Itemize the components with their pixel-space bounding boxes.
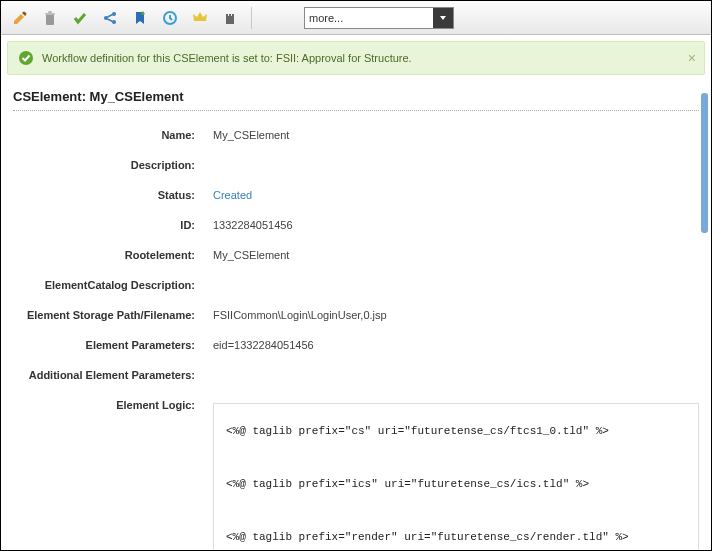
status-label: Status: — [13, 189, 213, 201]
root-label: Rootelement: — [13, 249, 213, 261]
scrollbar-thumb[interactable] — [701, 93, 708, 233]
divider — [13, 110, 699, 111]
field-name: Name: My_CSElement — [13, 129, 699, 141]
svg-point-4 — [112, 20, 116, 24]
more-dropdown[interactable]: more... — [304, 7, 454, 29]
storage-label: Element Storage Path/Filename: — [13, 309, 213, 321]
success-icon — [18, 50, 34, 66]
toolbar: more... — [1, 1, 711, 35]
approve-icon[interactable] — [67, 5, 93, 31]
notice-text: Workflow definition for this CSElement i… — [42, 52, 412, 64]
id-label: ID: — [13, 219, 213, 231]
name-value: My_CSElement — [213, 129, 289, 141]
params-label: Element Parameters: — [13, 339, 213, 351]
field-addparams: Additional Element Parameters: — [13, 369, 699, 381]
share-icon[interactable] — [97, 5, 123, 31]
logic-label: Element Logic: — [13, 399, 213, 411]
id-value: 1332284051456 — [213, 219, 293, 231]
field-description: Description: — [13, 159, 699, 171]
params-value: eid=1332284051456 — [213, 339, 314, 351]
bookmark-icon[interactable] — [127, 5, 153, 31]
svg-rect-1 — [48, 11, 52, 13]
storage-value: FSIICommon\Login\LoginUser,0.jsp — [213, 309, 387, 321]
crown-icon[interactable] — [187, 5, 213, 31]
tower-icon[interactable] — [217, 5, 243, 31]
field-catalog: ElementCatalog Description: — [13, 279, 699, 291]
toolbar-separator — [251, 7, 252, 29]
addparams-label: Additional Element Parameters: — [13, 369, 213, 381]
name-label: Name: — [13, 129, 213, 141]
chevron-down-icon — [433, 8, 453, 28]
svg-rect-0 — [45, 13, 55, 15]
field-logic: Element Logic: <%@ taglib prefix="cs" ur… — [13, 399, 699, 550]
description-label: Description: — [13, 159, 213, 171]
field-params: Element Parameters: eid=1332284051456 — [13, 339, 699, 351]
delete-icon[interactable] — [37, 5, 63, 31]
content-area: CSElement: My_CSElement Name: My_CSEleme… — [1, 75, 711, 550]
more-dropdown-label: more... — [309, 12, 343, 24]
catalog-label: ElementCatalog Description: — [13, 279, 213, 291]
field-storage: Element Storage Path/Filename: FSIICommo… — [13, 309, 699, 321]
page-title: CSElement: My_CSElement — [13, 89, 699, 104]
notice-bar: Workflow definition for this CSElement i… — [7, 41, 705, 75]
root-value: My_CSElement — [213, 249, 289, 261]
field-rootelement: Rootelement: My_CSElement — [13, 249, 699, 261]
logic-value: <%@ taglib prefix="cs" uri="futuretense_… — [213, 403, 699, 550]
edit-icon[interactable] — [7, 5, 33, 31]
history-icon[interactable] — [157, 5, 183, 31]
svg-point-3 — [112, 12, 116, 16]
close-icon[interactable]: × — [688, 50, 696, 66]
field-id: ID: 1332284051456 — [13, 219, 699, 231]
status-value[interactable]: Created — [213, 189, 252, 201]
field-status: Status: Created — [13, 189, 699, 201]
